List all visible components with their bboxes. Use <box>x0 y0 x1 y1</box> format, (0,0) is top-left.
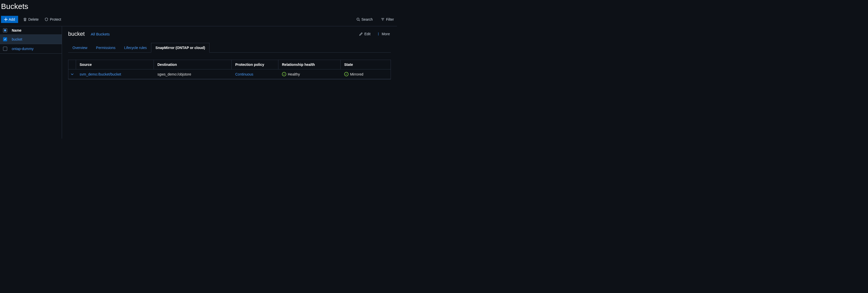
add-button-label: Add <box>9 17 15 22</box>
list-item[interactable]: ontap-dummy <box>0 44 62 54</box>
cell-state-text: Mirrored <box>350 72 363 76</box>
tab-permissions[interactable]: Permissions <box>92 43 120 53</box>
toolbar: Add Delete Protect Search Filter <box>0 15 397 26</box>
search-icon <box>356 18 360 21</box>
svg-point-0 <box>357 18 359 21</box>
column-destination[interactable]: Destination <box>154 60 232 69</box>
tab-overview[interactable]: Overview <box>68 43 92 53</box>
column-policy[interactable]: Protection policy <box>232 60 278 69</box>
cell-health: Healthy <box>278 69 341 79</box>
svg-point-2 <box>378 34 379 34</box>
tab-snapmirror[interactable]: SnapMirror (ONTAP or cloud) <box>151 43 210 53</box>
page-title: Buckets <box>0 0 397 15</box>
list-item-checkbox[interactable] <box>3 37 7 41</box>
add-button[interactable]: Add <box>1 16 18 23</box>
search-button-label: Search <box>362 17 373 22</box>
list-item-label: ontap-dummy <box>12 47 34 51</box>
bucket-list-sidebar: Name bucket ontap-dummy <box>0 26 62 139</box>
cell-source[interactable]: svm_demo:/bucket/bucket <box>76 70 154 79</box>
filter-button-label: Filter <box>386 17 394 22</box>
filter-button[interactable]: Filter <box>380 16 395 23</box>
plus-icon <box>4 18 8 21</box>
table-header-row: Source Destination Protection policy Rel… <box>68 60 391 69</box>
check-circle-icon <box>344 72 348 76</box>
search-button[interactable]: Search <box>355 16 374 23</box>
delete-button-label: Delete <box>28 17 38 22</box>
pencil-icon <box>359 32 363 36</box>
column-health[interactable]: Relationship health <box>278 60 341 69</box>
more-button-label: More <box>382 32 390 36</box>
list-item-checkbox[interactable] <box>3 47 7 51</box>
svg-point-3 <box>378 35 379 35</box>
edit-button[interactable]: Edit <box>358 30 371 37</box>
protect-button[interactable]: Protect <box>43 16 62 23</box>
cell-destination: sgws_demo:/objstore <box>154 70 232 79</box>
table-row: svm_demo:/bucket/bucket sgws_demo:/objst… <box>68 69 391 79</box>
detail-panel: bucket All Buckets Edit More Overview <box>62 26 397 139</box>
list-item-label: bucket <box>12 37 22 41</box>
list-header: Name <box>0 26 62 35</box>
more-vertical-icon <box>377 32 380 36</box>
delete-button[interactable]: Delete <box>22 16 39 23</box>
column-source[interactable]: Source <box>76 60 154 69</box>
filter-icon <box>381 18 384 21</box>
breadcrumb-all[interactable]: All Buckets <box>91 32 110 36</box>
expand-toggle[interactable] <box>68 70 76 78</box>
detail-title: bucket <box>68 31 85 37</box>
select-all-checkbox[interactable] <box>3 28 7 32</box>
cell-policy[interactable]: Continuous <box>232 70 278 79</box>
trash-icon <box>23 18 27 21</box>
edit-button-label: Edit <box>364 32 370 36</box>
list-item[interactable]: bucket <box>0 35 62 44</box>
list-header-label: Name <box>12 28 22 32</box>
column-expand <box>68 60 76 69</box>
svg-point-1 <box>378 33 379 33</box>
snapmirror-table: Source Destination Protection policy Rel… <box>68 60 391 79</box>
chevron-down-icon <box>71 73 74 76</box>
column-state[interactable]: State <box>341 60 391 69</box>
cell-health-text: Healthy <box>288 72 300 76</box>
check-circle-icon <box>282 72 286 76</box>
shield-icon <box>45 18 48 21</box>
protect-button-label: Protect <box>50 17 61 22</box>
tab-lifecycle[interactable]: Lifecycle rules <box>120 43 151 53</box>
tabs: Overview Permissions Lifecycle rules Sna… <box>68 42 391 53</box>
cell-state: Mirrored <box>341 69 391 79</box>
more-button[interactable]: More <box>376 30 391 37</box>
